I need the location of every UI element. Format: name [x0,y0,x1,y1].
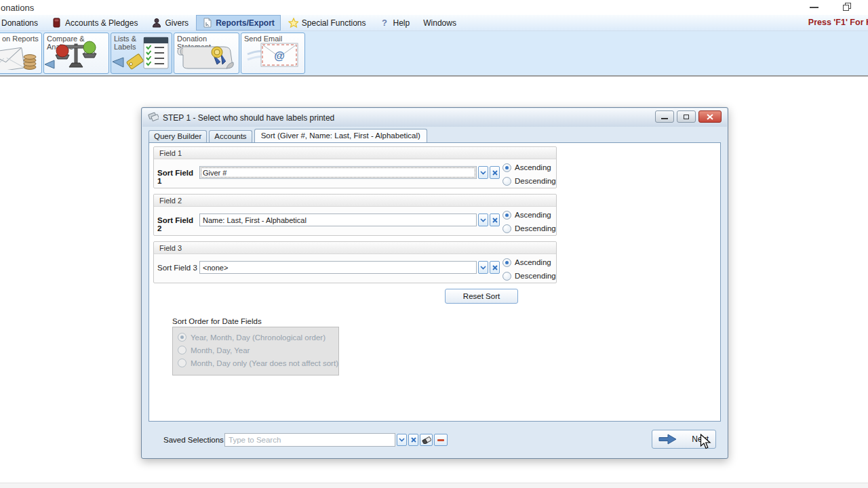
press-f1-status-text: Press 'F1' For H [808,18,868,27]
compare-analyze-icon [43,37,108,73]
toolbar-button-compare-analyze[interactable]: Compare & Analyze [43,33,109,74]
menu-item-reports-export[interactable]: Reports/Export [196,15,281,30]
report-page-icon [202,18,212,28]
menu-item-help[interactable]: ? Help [374,15,416,30]
minus-icon [437,439,444,441]
menu-label: Donations [1,18,38,28]
menu-label: Reports/Export [216,18,275,28]
menu-label: Windows [423,18,456,28]
toolbar-button-lists-labels[interactable]: Lists & Labels [111,33,172,74]
menu-label: Special Functions [302,18,366,28]
menu-item-windows[interactable]: Windows [417,16,462,30]
dialog-close-button[interactable] [698,110,722,123]
window-restore-button[interactable] [840,1,857,12]
dialog-titlebar[interactable]: STEP 1 - Select who should have labels p… [142,108,727,127]
close-icon [707,114,713,120]
toolbar-button-send-email[interactable]: Send Email @ [241,33,305,74]
field1-group-header: Field 1 [154,147,556,159]
ledger-icon [52,18,62,28]
donation-reports-icon [0,39,41,73]
date-option-label: Month, Day, Year [191,346,250,354]
saved-selections-search-input[interactable] [224,433,395,447]
sort-field3-combobox[interactable] [199,261,477,274]
sort-field2-clear-button[interactable] [490,214,500,226]
sort-field1-combobox[interactable] [199,166,477,179]
sort-field2-label: Sort Field 2 [157,216,198,232]
sort-field3-label: Sort Field 3 [157,264,198,272]
ascending-label: Ascending [515,211,551,219]
menu-item-special-functions[interactable]: Special Functions [282,15,372,30]
question-mark-icon: ? [380,18,390,28]
donation-statement-icon [174,39,238,73]
descending-label: Descending [515,272,556,280]
toolbar: on Reports Compa [0,31,868,77]
chevron-down-icon [480,218,486,222]
mouse-cursor [700,434,712,453]
ascending-label: Ascending [515,163,551,171]
date-option-ymd: Year, Month, Day (Chronological order) [178,331,338,344]
sort-field3-clear-button[interactable] [490,261,500,274]
saved-selections-dropdown-button[interactable] [397,434,407,446]
chevron-down-icon [480,266,486,270]
radio-descending[interactable] [502,177,511,186]
field1-ascending-option[interactable]: Ascending [502,161,556,174]
menu-label: Givers [165,18,189,28]
person-icon [151,18,161,28]
tab-query-builder[interactable]: Query Builder [149,130,207,142]
bottom-strip [0,483,868,488]
field3-group: Field 3 Sort Field 3 Ascending [153,241,557,283]
field3-ascending-option[interactable]: Ascending [502,256,556,269]
date-option-md-only: Month, Day only (Year does not affect so… [178,357,338,369]
clear-x-icon [492,218,498,223]
date-option-label: Year, Month, Day (Chronological order) [191,333,326,342]
field1-group: Field 1 Sort Field 1 Ascending [153,146,557,188]
menu-label: Accounts & Pledges [65,18,138,28]
radio-descending[interactable] [502,224,511,233]
radio-ascending[interactable] [502,258,511,267]
sort-field1-dropdown-button[interactable] [478,166,488,179]
sort-field1-label: Sort Field 1 [157,169,198,185]
menu-item-donations[interactable]: Donations [0,16,44,30]
tab-label: Sort (Giver #, Name: Last, First - Alpha… [261,131,420,140]
sort-field3-dropdown-button[interactable] [478,261,488,274]
sort-field2-combobox[interactable] [199,214,477,226]
tab-sort[interactable]: Sort (Giver #, Name: Last, First - Alpha… [254,129,427,142]
toolbar-button-donation-reports[interactable]: on Reports [0,33,42,74]
tab-accounts[interactable]: Accounts [209,130,252,142]
tab-label: Query Builder [154,132,201,140]
field2-ascending-option[interactable]: Ascending [502,208,556,222]
saved-selections-clear-button[interactable] [408,434,418,446]
menu-item-givers[interactable]: Givers [145,15,195,30]
labels-icon [148,112,159,124]
radio-descending[interactable] [502,272,511,281]
app-titlebar: onations [0,0,868,15]
field3-group-header: Field 3 [154,242,556,254]
field2-group-header: Field 2 [154,195,556,207]
step1-dialog: STEP 1 - Select who should have labels p… [141,107,728,459]
svg-text:@: @ [274,50,285,62]
reset-sort-button[interactable]: Reset Sort [445,289,518,304]
date-option-label: Month, Day only (Year does not affect so… [191,359,338,367]
saved-selections-delete-button[interactable] [434,434,448,446]
radio-ascending[interactable] [502,211,511,220]
clear-x-icon [492,170,498,176]
restore-icon [843,5,849,11]
window-minimize-button[interactable] [806,1,823,12]
dialog-maximize-button[interactable] [677,110,696,123]
dialog-minimize-button[interactable] [655,110,674,123]
menu-bar: Donations Accounts & Pledges Givers Repo… [0,15,868,31]
dialog-title: STEP 1 - Select who should have labels p… [163,113,334,123]
field1-descending-option[interactable]: Descending [502,174,556,188]
sort-field2-dropdown-button[interactable] [478,214,488,226]
field2-descending-option[interactable]: Descending [502,222,556,235]
app-title: onations [1,3,34,13]
ascending-label: Ascending [515,258,551,266]
saved-selections-erase-button[interactable] [420,434,433,446]
radio-ascending[interactable] [502,163,511,172]
menu-item-accounts-pledges[interactable]: Accounts & Pledges [45,15,144,30]
descending-label: Descending [515,224,556,232]
lists-labels-icon [111,36,171,73]
toolbar-button-donation-statement[interactable]: Donation Statement [174,33,239,74]
field3-descending-option[interactable]: Descending [502,269,556,283]
sort-field1-clear-button[interactable] [490,166,500,179]
